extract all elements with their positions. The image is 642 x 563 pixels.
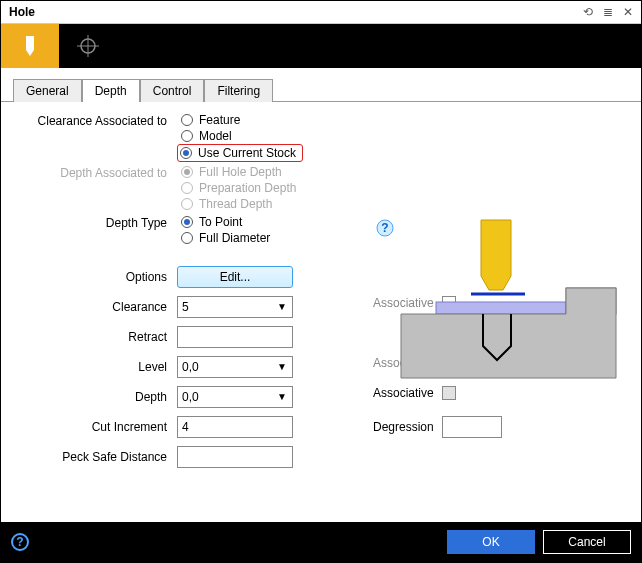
- depth-assoc-label: Depth Associated to: [17, 164, 177, 180]
- radio-label: Preparation Depth: [199, 181, 296, 195]
- clearance-input[interactable]: [177, 296, 293, 318]
- depth-input[interactable]: [177, 386, 293, 408]
- svg-text:?: ?: [381, 221, 388, 235]
- clearance-assoc-feature[interactable]: Feature: [177, 112, 303, 128]
- radio-label: To Point: [199, 215, 242, 229]
- radio-label: Use Current Stock: [198, 146, 296, 160]
- retract-label: Retract: [17, 326, 177, 344]
- depth-type-point[interactable]: To Point: [177, 214, 274, 230]
- level-input[interactable]: [177, 356, 293, 378]
- clearance-assoc-label: Clearance Associated to: [17, 112, 177, 128]
- edit-button[interactable]: Edit...: [177, 266, 293, 288]
- radio-label: Model: [199, 129, 232, 143]
- depth-assoc-full-hole: Full Hole Depth: [177, 164, 300, 180]
- menu-icon[interactable]: ≣: [603, 5, 613, 19]
- close-icon[interactable]: ✕: [623, 5, 633, 19]
- depth-assoc-preparation: Preparation Depth: [177, 180, 300, 196]
- ok-button[interactable]: OK: [447, 530, 535, 554]
- tab-control[interactable]: Control: [140, 79, 205, 102]
- level-label: Level: [17, 356, 177, 374]
- cancel-button[interactable]: Cancel: [543, 530, 631, 554]
- diagram-help-icon[interactable]: ?: [375, 218, 397, 243]
- drill-icon: [20, 34, 40, 58]
- svg-rect-9: [436, 302, 566, 314]
- tab-filtering[interactable]: Filtering: [204, 79, 273, 102]
- svg-marker-7: [481, 220, 511, 290]
- tab-general[interactable]: General: [13, 79, 82, 102]
- clearance-assoc-model[interactable]: Model: [177, 128, 303, 144]
- clearance-label: Clearance: [17, 296, 177, 314]
- options-label: Options: [17, 266, 177, 284]
- mode-hole-icon[interactable]: [1, 24, 59, 68]
- depth-assoc-thread: Thread Depth: [177, 196, 300, 212]
- clearance-assoc-use-current-stock[interactable]: Use Current Stock: [180, 146, 296, 160]
- depth-type-label: Depth Type: [17, 214, 177, 230]
- crosshair-icon: [77, 35, 99, 57]
- radio-label: Feature: [199, 113, 240, 127]
- refresh-icon[interactable]: ⟲: [583, 5, 593, 19]
- radio-label: Thread Depth: [199, 197, 272, 211]
- peck-safe-input[interactable]: [177, 446, 293, 468]
- cut-increment-input[interactable]: [177, 416, 293, 438]
- degression-label: Degression: [373, 420, 434, 434]
- peck-safe-label: Peck Safe Distance: [17, 446, 177, 464]
- window-title: Hole: [9, 5, 35, 19]
- degression-input[interactable]: [442, 416, 502, 438]
- depth-type-full-diameter[interactable]: Full Diameter: [177, 230, 274, 246]
- svg-rect-0: [26, 36, 34, 50]
- radio-label: Full Diameter: [199, 231, 270, 245]
- retract-input[interactable]: [177, 326, 293, 348]
- depth-label: Depth: [17, 386, 177, 404]
- radio-label: Full Hole Depth: [199, 165, 282, 179]
- svg-marker-1: [26, 50, 34, 56]
- mode-target-icon[interactable]: [59, 24, 117, 68]
- help-icon[interactable]: ?: [11, 533, 29, 551]
- tool-diagram: ?: [371, 218, 621, 398]
- tab-depth[interactable]: Depth: [82, 79, 140, 102]
- cut-increment-label: Cut Increment: [17, 416, 177, 434]
